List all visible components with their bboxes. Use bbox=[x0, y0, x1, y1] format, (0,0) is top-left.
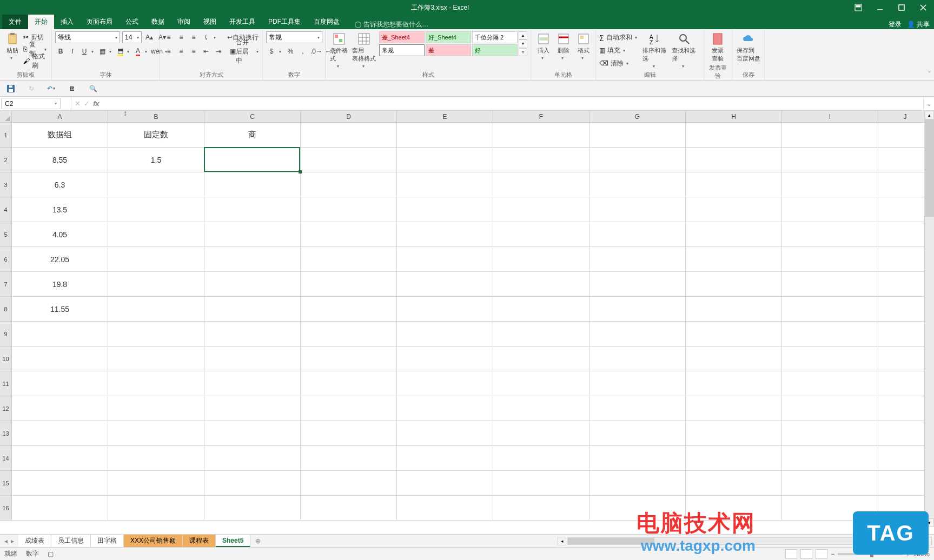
cell-B4[interactable] bbox=[108, 197, 204, 222]
row-header-10[interactable]: 10 bbox=[0, 346, 12, 371]
cell-H6[interactable] bbox=[686, 247, 782, 272]
cell-F1[interactable] bbox=[493, 123, 589, 148]
cell-I13[interactable] bbox=[782, 421, 878, 446]
cell-I7[interactable] bbox=[782, 272, 878, 297]
row-header-16[interactable]: 16 bbox=[0, 496, 12, 521]
zoom-out-button[interactable]: − bbox=[831, 550, 834, 558]
cell-I15[interactable] bbox=[782, 471, 878, 496]
tab-scroll-left[interactable]: ◂ bbox=[4, 537, 8, 545]
cell-F16[interactable] bbox=[493, 496, 589, 521]
cell-F11[interactable] bbox=[493, 371, 589, 396]
cell-H7[interactable] bbox=[686, 272, 782, 297]
column-header-H[interactable]: H bbox=[686, 111, 782, 123]
style-bad[interactable]: 差 bbox=[426, 44, 471, 56]
cell-F6[interactable] bbox=[493, 247, 589, 272]
cell-D3[interactable] bbox=[301, 172, 397, 197]
decrease-indent-button[interactable]: ⇤ bbox=[201, 46, 211, 57]
cell-F3[interactable] bbox=[493, 172, 589, 197]
row-header-1[interactable]: 1 bbox=[0, 123, 12, 148]
gallery-more[interactable]: ▿ bbox=[519, 48, 527, 56]
find-select-button[interactable]: 查找和选择▾ bbox=[671, 31, 698, 70]
font-size-combo[interactable]: 14▾ bbox=[122, 31, 142, 43]
cancel-formula-button[interactable]: ✕ bbox=[75, 99, 81, 108]
gallery-up[interactable]: ▴ bbox=[519, 31, 527, 39]
style-thousands[interactable]: 千位分隔 2 bbox=[472, 31, 518, 43]
cell-E13[interactable] bbox=[397, 421, 493, 446]
accounting-format-button[interactable]: $ bbox=[266, 46, 277, 57]
cell-I2[interactable] bbox=[782, 148, 878, 172]
cell-C13[interactable] bbox=[204, 421, 301, 446]
cell-B2[interactable]: 1.5 bbox=[108, 148, 204, 172]
cell-B15[interactable] bbox=[108, 471, 204, 496]
cell-A9[interactable] bbox=[12, 322, 108, 346]
orientation-button[interactable]: ⤹ bbox=[201, 32, 211, 43]
fx-button[interactable]: fx bbox=[93, 99, 100, 108]
fill-color-button[interactable]: ⬒ bbox=[115, 46, 125, 57]
cell-H13[interactable] bbox=[686, 421, 782, 446]
cell-D9[interactable] bbox=[301, 322, 397, 346]
cell-D10[interactable] bbox=[301, 346, 397, 371]
column-header-I[interactable]: I bbox=[782, 111, 878, 123]
cell-C9[interactable] bbox=[204, 322, 301, 346]
cell-E15[interactable] bbox=[397, 471, 493, 496]
format-painter-button[interactable]: 格式刷 bbox=[31, 56, 48, 66]
cell-E16[interactable] bbox=[397, 496, 493, 521]
font-name-combo[interactable]: 等线▾ bbox=[55, 31, 120, 43]
cell-B1[interactable]: 固定数 bbox=[108, 123, 204, 148]
column-header-D[interactable]: D bbox=[301, 111, 397, 123]
cell-C10[interactable] bbox=[204, 346, 301, 371]
cell-B11[interactable] bbox=[108, 371, 204, 396]
tell-me-search[interactable]: 告诉我您想要做什么… bbox=[355, 20, 428, 29]
cell-G5[interactable] bbox=[589, 222, 686, 247]
cell-B3[interactable] bbox=[108, 172, 204, 197]
cell-E7[interactable] bbox=[397, 272, 493, 297]
page-layout-view-button[interactable] bbox=[800, 549, 812, 559]
cell-F12[interactable] bbox=[493, 396, 589, 421]
cell-B5[interactable] bbox=[108, 222, 204, 247]
cell-E2[interactable] bbox=[397, 148, 493, 172]
formula-input[interactable] bbox=[103, 97, 923, 110]
cell-G12[interactable] bbox=[589, 396, 686, 421]
paste-button[interactable]: 粘贴▾ bbox=[3, 31, 21, 62]
cell-A15[interactable] bbox=[12, 471, 108, 496]
table-format-button[interactable]: 套用 表格格式▾ bbox=[351, 31, 377, 70]
cell-E6[interactable] bbox=[397, 247, 493, 272]
cell-C1[interactable]: 商 bbox=[204, 123, 301, 148]
cell-I12[interactable] bbox=[782, 396, 878, 421]
column-header-A[interactable]: A bbox=[12, 111, 108, 123]
cell-G10[interactable] bbox=[589, 346, 686, 371]
cell-G8[interactable] bbox=[589, 297, 686, 322]
column-header-C[interactable]: C bbox=[204, 111, 301, 123]
gallery-down[interactable]: ▾ bbox=[519, 39, 527, 48]
cell-G11[interactable] bbox=[589, 371, 686, 396]
cell-A13[interactable] bbox=[12, 421, 108, 446]
style-normal[interactable]: 常规 bbox=[379, 44, 425, 56]
new-button[interactable]: 🗎 bbox=[67, 83, 78, 94]
macro-record-icon[interactable]: ▢ bbox=[48, 550, 54, 558]
tab-developer[interactable]: 开发工具 bbox=[223, 15, 262, 29]
underline-button[interactable]: U bbox=[79, 46, 90, 57]
column-header-F[interactable]: F bbox=[493, 111, 589, 123]
cell-F5[interactable] bbox=[493, 222, 589, 247]
cell-B7[interactable] bbox=[108, 272, 204, 297]
cell-C8[interactable] bbox=[204, 297, 301, 322]
cell-F14[interactable] bbox=[493, 446, 589, 471]
align-left-button[interactable]: ≡ bbox=[163, 46, 174, 57]
maximize-button[interactable] bbox=[891, 0, 912, 15]
cell-I5[interactable] bbox=[782, 222, 878, 247]
cell-I1[interactable] bbox=[782, 123, 878, 148]
cell-B9[interactable] bbox=[108, 322, 204, 346]
cell-E3[interactable] bbox=[397, 172, 493, 197]
cell-I10[interactable] bbox=[782, 346, 878, 371]
cell-H3[interactable] bbox=[686, 172, 782, 197]
cell-D11[interactable] bbox=[301, 371, 397, 396]
sheet-tab-员工信息[interactable]: 员工信息 bbox=[51, 535, 91, 547]
cell-I4[interactable] bbox=[782, 197, 878, 222]
fapiao-button[interactable]: 发票 查验 bbox=[707, 31, 728, 64]
cell-F7[interactable] bbox=[493, 272, 589, 297]
cell-C16[interactable] bbox=[204, 496, 301, 521]
sheet-tab-成绩表[interactable]: 成绩表 bbox=[18, 535, 51, 547]
cell-A12[interactable] bbox=[12, 396, 108, 421]
conditional-format-button[interactable]: 条件格式▾ bbox=[329, 31, 349, 70]
row-header-13[interactable]: 13 bbox=[0, 421, 12, 446]
